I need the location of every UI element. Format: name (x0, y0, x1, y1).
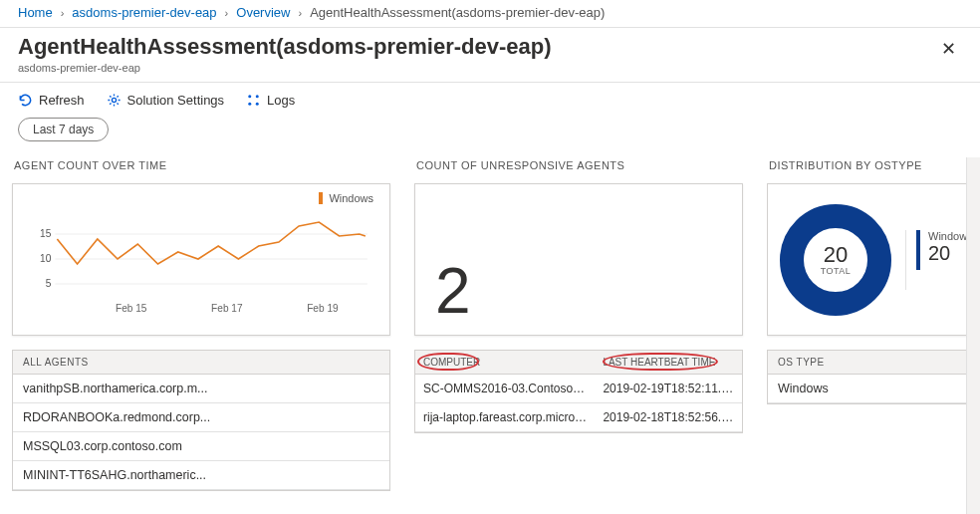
title-row: AgentHealthAssessment(asdoms-premier-dev… (0, 28, 980, 83)
breadcrumb: Home › asdoms-premier-dev-eap › Overview… (0, 0, 980, 28)
donut-legend: Windows 20 (905, 230, 975, 290)
solution-settings-label: Solution Settings (127, 93, 225, 108)
svg-point-3 (256, 95, 259, 98)
panel-title: DISTRIBUTION BY OSTYPE (767, 153, 976, 183)
svg-point-0 (112, 98, 116, 102)
donut-total-label: TOTAL (821, 266, 852, 276)
breadcrumb-overview[interactable]: Overview (236, 5, 290, 20)
ostype-table: OS TYPE Windows (767, 350, 976, 404)
breadcrumb-home[interactable]: Home (18, 5, 53, 20)
svg-text:5: 5 (46, 278, 52, 289)
panel-ostype: DISTRIBUTION BY OSTYPE 20 TOTAL Windows … (767, 153, 976, 404)
col-header-computer[interactable]: COMPUTER (415, 351, 595, 374)
svg-text:15: 15 (40, 228, 52, 239)
breadcrumb-current: AgentHealthAssessment(asdoms-premier-dev… (310, 5, 605, 20)
page-title: AgentHealthAssessment(asdoms-premier-dev… (18, 34, 935, 60)
chevron-right-icon: › (298, 7, 302, 19)
table-row[interactable]: MININT-TT6SAHG.northameric... (13, 461, 389, 490)
table-header: ALL AGENTS (13, 351, 389, 375)
table-row[interactable]: RDORANBOOKa.redmond.corp... (13, 403, 389, 432)
cell-time: 2019-02-19T18:52:11.133Z (595, 375, 742, 402)
refresh-button[interactable]: Refresh (18, 93, 85, 108)
scrollbar[interactable] (966, 157, 980, 514)
close-icon[interactable]: ✕ (935, 34, 962, 64)
logs-label: Logs (267, 93, 295, 108)
panel-agent-count: AGENT COUNT OVER TIME Windows 15 10 5 Fe… (12, 153, 390, 491)
time-range-pill[interactable]: Last 7 days (18, 118, 109, 141)
solution-settings-button[interactable]: Solution Settings (107, 93, 225, 108)
cell-computer: rija-laptop.fareast.corp.microso... (415, 403, 595, 431)
svg-point-1 (248, 95, 251, 98)
unresponsive-count-card[interactable]: 2 (414, 183, 743, 336)
table-header: OS TYPE (768, 351, 975, 375)
table-row[interactable]: vanithpSB.northamerica.corp.m... (13, 375, 389, 403)
panel-title: COUNT OF UNRESPONSIVE AGENTS (414, 153, 743, 183)
donut-chart: 20 TOTAL (776, 200, 895, 320)
table-row[interactable]: Windows (768, 375, 975, 403)
ostype-donut-card[interactable]: 20 TOTAL Windows 20 (767, 183, 976, 336)
svg-text:Feb 15: Feb 15 (116, 303, 147, 314)
refresh-icon (18, 93, 33, 108)
chart-legend: Windows (25, 192, 377, 204)
col-header-heartbeat[interactable]: LAST HEARTBEAT TIME (595, 351, 742, 374)
toolbar: Refresh Solution Settings Logs (0, 83, 980, 118)
unresponsive-table: COMPUTER LAST HEARTBEAT TIME SC-OMMS2016… (414, 350, 743, 433)
page-subtitle: asdoms-premier-dev-eap (18, 62, 935, 74)
chevron-right-icon: › (61, 7, 65, 19)
cell-time: 2019-02-18T18:52:56.28Z (595, 403, 742, 431)
svg-text:Feb 17: Feb 17 (211, 303, 243, 314)
svg-text:Feb 19: Feb 19 (307, 303, 339, 314)
panel-title: AGENT COUNT OVER TIME (12, 153, 390, 183)
svg-point-4 (256, 103, 259, 106)
gear-icon (107, 93, 122, 108)
big-number: 2 (435, 259, 471, 323)
legend-swatch-icon (916, 230, 920, 270)
cell-computer: SC-OMMS2016-03.Contoso.Lo... (415, 375, 595, 402)
logs-icon (246, 93, 261, 108)
agent-count-chart[interactable]: Windows 15 10 5 Feb 15 Feb 17 Feb 19 (12, 183, 390, 336)
legend-label: Windows (329, 192, 373, 204)
refresh-label: Refresh (39, 93, 85, 108)
table-header-row: COMPUTER LAST HEARTBEAT TIME (415, 351, 742, 375)
svg-point-2 (248, 103, 251, 106)
logs-button[interactable]: Logs (246, 93, 295, 108)
donut-total-value: 20 (824, 244, 848, 266)
breadcrumb-workspace[interactable]: asdoms-premier-dev-eap (72, 5, 216, 20)
svg-text:10: 10 (40, 253, 52, 264)
legend-swatch-icon (319, 192, 323, 204)
all-agents-table: ALL AGENTS vanithpSB.northamerica.corp.m… (12, 350, 390, 491)
table-row[interactable]: rija-laptop.fareast.corp.microso... 2019… (415, 403, 742, 432)
table-row[interactable]: SC-OMMS2016-03.Contoso.Lo... 2019-02-19T… (415, 375, 742, 403)
chevron-right-icon: › (225, 7, 229, 19)
panel-unresponsive: COUNT OF UNRESPONSIVE AGENTS 2 COMPUTER … (414, 153, 743, 433)
line-chart: 15 10 5 Feb 15 Feb 17 Feb 19 (25, 204, 377, 319)
table-row[interactable]: MSSQL03.corp.contoso.com (13, 432, 389, 461)
